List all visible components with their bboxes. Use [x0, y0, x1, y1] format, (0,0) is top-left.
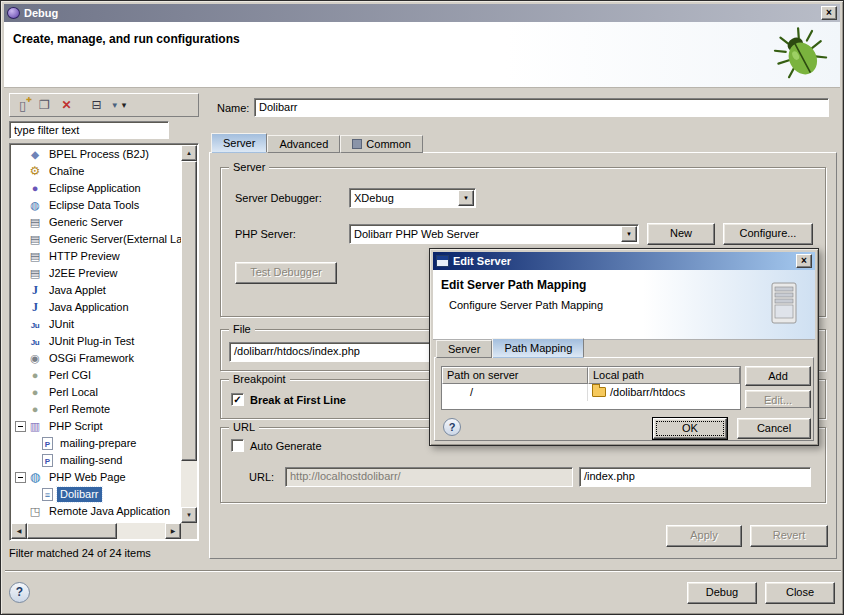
tree-item-cha-ne[interactable]: Chaîne — [11, 163, 181, 180]
server-debugger-select[interactable]: XDebug — [349, 188, 476, 208]
tree-item-http-preview[interactable]: HTTP Preview — [11, 248, 181, 265]
web-icon — [28, 471, 42, 484]
tab-server-settings[interactable]: Server — [436, 340, 492, 358]
perl-icon — [28, 403, 42, 416]
server-icon — [28, 250, 42, 263]
url-path-value: /index.php — [584, 470, 635, 482]
tab-server[interactable]: Server — [211, 133, 267, 153]
tree-spacer — [15, 387, 26, 398]
page-icon — [42, 488, 53, 501]
tree-item-osgi-framework[interactable]: OSGi Framework — [11, 350, 181, 367]
close-button[interactable]: Close — [765, 582, 835, 604]
server-debugger-value: XDebug — [354, 192, 457, 205]
banner-title: Create, manage, and run configurations — [13, 32, 240, 46]
vertical-scrollbar-thumb[interactable] — [181, 161, 197, 461]
tree-item-generic-server-external-la[interactable]: Generic Server(External La — [11, 231, 181, 248]
tree-item-label: Eclipse Application — [46, 181, 144, 196]
new-server-button[interactable]: New — [647, 223, 715, 245]
dialog-help-button[interactable]: ? — [443, 418, 461, 436]
duplicate-configuration-icon[interactable] — [35, 96, 54, 114]
delete-configuration-icon[interactable] — [57, 96, 76, 114]
scroll-down-icon[interactable] — [181, 507, 197, 523]
close-icon[interactable]: × — [821, 6, 837, 20]
close-icon[interactable]: × — [796, 254, 812, 268]
java-icon — [28, 301, 42, 314]
new-configuration-icon[interactable] — [13, 96, 32, 114]
tree-item-dolibarr[interactable]: Dolibarr — [11, 486, 181, 503]
tree-item-java-applet[interactable]: Java Applet — [11, 282, 181, 299]
horizontal-scrollbar-thumb[interactable] — [27, 523, 117, 539]
tree-item-label: Remote Java Application — [46, 504, 173, 519]
ok-button[interactable]: OK — [653, 418, 727, 439]
tree-item-java-application[interactable]: Java Application — [11, 299, 181, 316]
datatools-icon — [28, 199, 42, 212]
chevron-down-icon[interactable] — [621, 226, 637, 242]
edit-server-tabs: Server Path Mapping — [436, 340, 584, 358]
bpel-icon — [28, 148, 42, 161]
collapse-icon[interactable] — [15, 472, 26, 483]
tree-spacer — [15, 166, 26, 177]
tree-item-j2ee-preview[interactable]: J2EE Preview — [11, 265, 181, 282]
tree-item-php-web-page[interactable]: PHP Web Page — [11, 469, 181, 486]
config-tabs: Server Advanced Common — [211, 133, 423, 153]
name-input[interactable]: Dolibarr — [254, 98, 829, 117]
configure-server-button[interactable]: Configure... — [723, 223, 813, 245]
url-path-input[interactable]: /index.php — [579, 467, 811, 487]
scroll-up-icon[interactable] — [181, 145, 197, 161]
tree-horizontal-scrollbar[interactable] — [11, 523, 181, 539]
auto-generate-checkbox[interactable] — [231, 439, 244, 452]
tree-item-junit-plug-in-test[interactable]: JUnit Plug-in Test — [11, 333, 181, 350]
tree-item-perl-local[interactable]: Perl Local — [11, 384, 181, 401]
tab-path-mapping-label: Path Mapping — [504, 340, 572, 356]
scroll-left-icon[interactable] — [11, 523, 27, 539]
tree-item-label: J2EE Preview — [46, 266, 120, 281]
filter-configurations-icon[interactable] — [109, 96, 128, 114]
tree-item-label: OSGi Framework — [46, 351, 137, 366]
collapse-all-icon[interactable] — [87, 96, 106, 114]
column-path-on-server[interactable]: Path on server — [442, 367, 588, 384]
tree-item-mailing-prepare[interactable]: mailing-prepare — [11, 435, 181, 452]
window-titlebar[interactable]: Debug × — [4, 4, 840, 22]
help-button[interactable]: ? — [9, 582, 30, 603]
tab-common-label: Common — [366, 136, 411, 152]
eclipse-debug-icon — [7, 7, 20, 19]
tree-spacer — [15, 353, 26, 364]
tab-common[interactable]: Common — [340, 135, 423, 153]
tree-spacer — [15, 506, 26, 517]
local-path-value: /dolibarr/htdocs — [610, 386, 685, 398]
tree-item-bpel-process-b2j[interactable]: BPEL Process (B2J) — [11, 146, 181, 163]
tree-spacer — [15, 404, 26, 415]
filter-input[interactable] — [9, 121, 169, 139]
column-local-path[interactable]: Local path — [588, 367, 740, 384]
cancel-button[interactable]: Cancel — [737, 418, 811, 439]
tree-spacer — [15, 370, 26, 381]
tree-item-php-script[interactable]: PHP Script — [11, 418, 181, 435]
tree-item-eclipse-data-tools[interactable]: Eclipse Data Tools — [11, 197, 181, 214]
tree-item-perl-cgi[interactable]: Perl CGI — [11, 367, 181, 384]
tab-advanced[interactable]: Advanced — [267, 135, 340, 153]
break-at-first-line-checkbox[interactable] — [231, 393, 244, 406]
break-at-first-line-label: Break at First Line — [250, 394, 346, 406]
tree-item-label: Perl CGI — [46, 368, 94, 383]
name-value: Dolibarr — [259, 101, 298, 113]
debug-button[interactable]: Debug — [687, 582, 757, 604]
tree-item-eclipse-application[interactable]: Eclipse Application — [11, 180, 181, 197]
tree-vertical-scrollbar[interactable] — [181, 145, 197, 523]
tree-item-junit[interactable]: JUnit — [11, 316, 181, 333]
chevron-down-icon[interactable] — [458, 190, 474, 206]
tree-spacer — [15, 285, 26, 296]
tree-item-mailing-send[interactable]: mailing-send — [11, 452, 181, 469]
tree-item-remote-java-application[interactable]: Remote Java Application — [11, 503, 181, 520]
add-mapping-button[interactable]: Add — [745, 366, 811, 386]
php-server-select[interactable]: Dolibarr PHP Web Server — [349, 224, 639, 244]
tree-item-perl-remote[interactable]: Perl Remote — [11, 401, 181, 418]
mapping-row[interactable]: / /dolibarr/htdocs — [442, 384, 740, 401]
tree-item-generic-server[interactable]: Generic Server — [11, 214, 181, 231]
dialog-window-icon — [436, 255, 449, 267]
tree-item-label: JUnit — [46, 317, 77, 332]
tree-item-label: mailing-send — [57, 453, 125, 468]
edit-server-titlebar[interactable]: Edit Server × — [433, 252, 815, 270]
scroll-right-icon[interactable] — [165, 523, 181, 539]
tab-path-mapping[interactable]: Path Mapping — [492, 338, 584, 358]
collapse-icon[interactable] — [15, 421, 26, 432]
